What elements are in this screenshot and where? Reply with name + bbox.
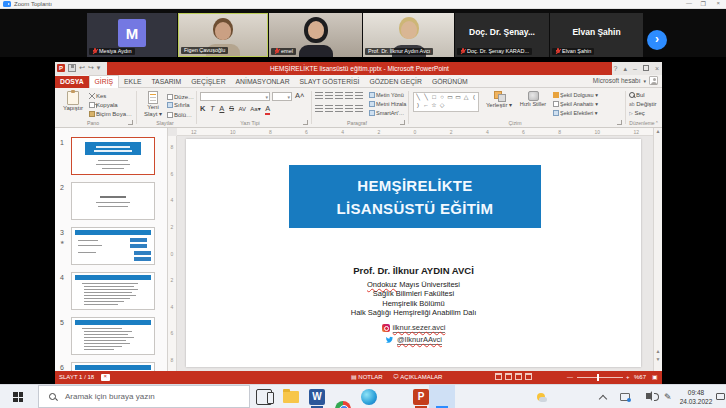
section-button[interactable]: Bölüm ▾ [167,111,195,118]
tab-gozden-gecir[interactable]: GÖZDEN GEÇİR [364,76,427,88]
tab-dosya[interactable]: DOSYA [55,76,89,88]
taskbar-search[interactable]: Aramak için buraya yazın [38,385,250,408]
ppt-minimize-icon[interactable]: – [633,64,637,73]
indent-increase-icon[interactable] [345,92,353,100]
file-explorer-button[interactable] [283,391,299,403]
windows-ink-icon[interactable]: ✎ [664,392,672,402]
shapes-gallery[interactable]: ╲╲□○▭▭△()←☆◇ [413,92,479,112]
powerpoint-taskbar-button[interactable]: P [413,389,429,405]
slide-thumbnail-4[interactable] [71,272,155,310]
copy-button[interactable]: Kopyala [89,102,135,108]
char-spacing-button[interactable]: AV [238,106,246,112]
vertical-scrollbar[interactable]: ▲ ▲ ▼ [653,128,662,371]
slide-thumbnail-2[interactable] [71,182,155,220]
font-color-button[interactable]: A [265,104,270,115]
edge-button[interactable] [361,389,377,405]
drawing-dialog-launcher[interactable] [617,120,622,125]
slide-thumbnail-panel[interactable]: 1 2 3 ★ [55,128,168,371]
minimize-icon[interactable]: — [686,0,692,6]
font-name-combo[interactable] [200,92,270,101]
layout-button[interactable]: Düzen ▾ [167,93,195,100]
comments-button[interactable]: 🗩 AÇIKLAMALAR [393,371,442,384]
close-icon[interactable]: × [716,0,720,6]
volume-icon[interactable] [646,393,650,399]
clipboard-dialog-launcher[interactable] [128,120,133,125]
tab-animasyonlar[interactable]: ANİMASYONLAR [231,76,295,88]
shape-outline-button[interactable]: Şekil Anahattı ▾ [553,101,611,107]
task-view-button[interactable] [256,389,272,405]
participant-tile[interactable]: Doç. Dr. Şenay... Doç. Dr. Şenay KARAD..… [455,13,549,57]
shape-fill-button[interactable]: Şekil Dolgusu ▾ [553,92,611,98]
participant-tile[interactable]: M Mesiya Aydın [87,13,177,57]
tab-gecisler[interactable]: GEÇİŞLER [186,76,230,88]
paste-button[interactable]: Yapıştır [59,91,87,111]
save-button[interactable] [68,64,76,72]
chrome-button[interactable] [335,401,351,408]
strikethrough-button[interactable]: S [229,104,234,113]
find-button[interactable]: Bul [629,92,659,98]
tab-gorunum[interactable]: GÖRÜNÜM [427,76,473,88]
weather-icon[interactable] [537,393,545,401]
slide-thumbnail-1[interactable] [71,137,155,175]
new-slide-button[interactable]: Yeni Slayt ▾ [140,91,166,117]
notes-button[interactable]: ▤ NOTLAR [351,371,383,384]
tab-ekle[interactable]: EKLE [119,76,146,88]
slide-title-box[interactable]: HEMŞİRELİKTE LİSANSÜSTÜ EĞİTİM [289,165,541,228]
grow-font-button[interactable]: A˄ [295,91,304,100]
bold-button[interactable]: K [200,104,205,113]
reset-button[interactable]: Sıfırla [167,102,195,108]
select-button[interactable]: ▷ Seç [629,110,659,116]
participant-tile[interactable]: Figen Çavuşoğlu [178,13,268,57]
underline-button[interactable]: A [219,104,224,113]
next-slide-button[interactable]: ▼ [654,356,662,363]
action-center-icon[interactable] [716,393,725,400]
replace-button[interactable]: ab Değiştir [629,101,659,107]
slide[interactable]: HEMŞİRELİKTE LİSANSÜSTÜ EĞİTİM Prof. Dr.… [186,139,641,367]
paragraph-dialog-launcher[interactable] [400,120,405,125]
collapse-ribbon-icon[interactable]: ⌃ [655,120,659,126]
italic-button[interactable]: T [210,104,215,113]
fit-to-window-icon[interactable]: ▣ [652,371,658,384]
font-dialog-launcher[interactable] [303,120,308,125]
scroll-up-icon[interactable]: ▲ [654,128,662,135]
qat-dropdown-icon[interactable]: ▾ [97,64,101,72]
zoom-slider[interactable] [577,377,623,378]
tray-expand-icon[interactable] [599,395,607,403]
next-participants-button[interactable]: › [647,30,667,50]
cut-button[interactable]: Kes [89,93,135,99]
help-icon[interactable]: ? [614,64,618,73]
start-button[interactable] [13,392,23,402]
tab-tasarim[interactable]: TASARIM [146,76,186,88]
ppt-close-icon[interactable]: × [655,64,659,73]
slide-thumbnail-3[interactable] [71,227,155,265]
slide-thumbnail-5[interactable] [71,317,155,355]
tab-giris[interactable]: GİRİŞ [89,75,120,88]
spellcheck-icon[interactable] [101,374,110,381]
participant-tile[interactable]: Prof. Dr. İlknur Aydın Avcı [363,13,454,57]
font-size-combo[interactable] [272,92,292,101]
numbering-icon[interactable] [325,92,333,100]
ppt-restore-icon[interactable] [643,65,649,71]
maximize-icon[interactable]: ❐ [701,0,706,7]
line-spacing-icon[interactable] [355,92,363,100]
zoom-in-button[interactable]: + [626,371,630,384]
align-right-icon[interactable] [335,105,343,113]
zoom-slider-thumb[interactable] [597,374,599,381]
word-button[interactable]: W [309,389,325,405]
redo-button[interactable]: ↪ [88,64,94,72]
bullets-icon[interactable] [315,92,323,100]
format-painter-button[interactable]: Biçim Boyacısı [89,111,135,117]
arrange-button[interactable]: Yerleştir ▾ [483,91,515,108]
columns-icon[interactable] [355,105,363,113]
slide-thumbnail-6[interactable] [71,362,155,371]
align-center-icon[interactable] [325,105,333,113]
participant-tile[interactable]: emel [269,13,362,57]
change-case-button[interactable]: Aa▾ [250,106,260,112]
justify-icon[interactable] [345,105,353,113]
clock[interactable]: 09:48 24.03.2022 [678,388,714,406]
participant-tile[interactable]: Elvan Şahin Elvan Şahin [550,13,643,57]
undo-button[interactable]: ↩ [79,64,85,72]
tray-display-icon[interactable] [620,393,630,401]
tab-slayt-gosterisi[interactable]: SLAYT GÖSTERİSİ [295,76,365,88]
align-text-button[interactable]: Metni Hizala [369,101,407,107]
